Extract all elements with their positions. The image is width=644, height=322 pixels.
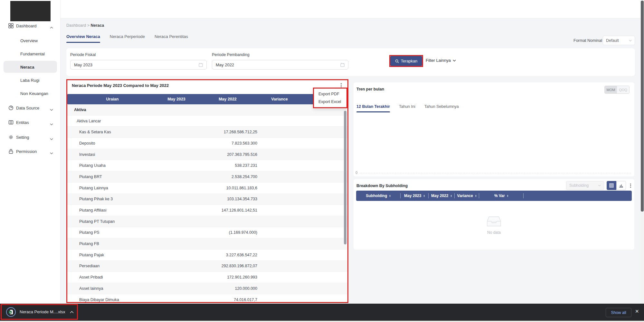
kebab-menu-icon[interactable] <box>338 82 344 88</box>
tren-tab-tahun-sebelumnya[interactable]: Tahun Sebelumnya <box>424 104 459 112</box>
table-row[interactable]: Piutang Pihak ke 3103.134.354.733 <box>67 194 347 205</box>
sidebar-item-setting[interactable]: Setting <box>0 132 61 142</box>
row-value-may-2022: 10.011.861.183,6 <box>195 186 260 190</box>
apply-button[interactable]: Terapkan <box>390 56 422 66</box>
breakdown-column-label: Subholding <box>366 194 387 198</box>
column-header-uraian: Uraian <box>67 97 157 101</box>
row-value-may-2022: 2.538.254.700 <box>195 175 260 179</box>
row-label: Piutang Pajak <box>67 253 157 257</box>
row-label: Asset Pribadi <box>67 275 157 279</box>
table-row[interactable]: Piutang FB <box>67 238 347 250</box>
table-row[interactable]: Deposito7.823.563.300 <box>67 138 347 149</box>
dashboard-icon <box>8 23 14 28</box>
row-value-may-2022: (1.169.974.000) <box>195 230 260 235</box>
subholding-select[interactable]: Subholding <box>566 181 604 190</box>
empty-state: No data <box>354 216 634 235</box>
row-label: Asset lainnya <box>67 286 157 291</box>
filter-more-label: Filter Lainnya <box>426 58 451 63</box>
breadcrumb-parent[interactable]: Dashboard <box>66 23 86 28</box>
tab-overview-neraca[interactable]: Overview Neraca <box>66 34 100 43</box>
table-row[interactable]: Piutang Lainnya10.011.861.183,6 <box>67 183 347 194</box>
menu-item-export-excel[interactable]: Export Excel <box>314 98 346 106</box>
page-bottom-edge <box>0 321 644 322</box>
table-row[interactable]: Asset Pribadi172.901.260.993 <box>67 272 347 283</box>
table-row[interactable]: Asset lainnya120.000.000 <box>67 283 347 294</box>
table-row[interactable]: Investasi207.363.795.516 <box>67 149 347 160</box>
top-header-bar <box>61 0 644 18</box>
row-label: Piutang FB <box>67 242 157 246</box>
sort-icon[interactable]: ▲▼ <box>507 194 508 197</box>
sidebar-item-dashboard[interactable]: Dashboard <box>0 21 61 31</box>
sidebar-item-fundamental[interactable]: Fundamental <box>0 49 61 59</box>
chevron-down-icon <box>629 40 632 42</box>
fiscal-period-input[interactable]: May 2023 <box>70 60 207 70</box>
lock-icon <box>8 149 14 154</box>
gear-icon <box>8 135 14 140</box>
row-value-may-2022: 74.016.017,7 <box>195 298 260 302</box>
sort-icon[interactable]: ▲▼ <box>450 194 452 197</box>
neraca-table-title: Neraca Periode May 2023 Compared to May … <box>72 83 169 88</box>
row-value-may-2022: 207.363.795.516 <box>195 152 260 157</box>
table-row[interactable]: Kas & Setara Kas17.268.586.712,25 <box>67 127 347 138</box>
column-header-may-2022: May 2022 <box>195 97 260 101</box>
table-row[interactable]: Biaya Dibayar Dimuka74.016.017,7 <box>67 294 347 303</box>
sidebar-item-entitas[interactable]: Entitas <box>0 118 61 127</box>
fiscal-period-value: May 2023 <box>74 62 92 67</box>
chevron-down-icon <box>453 60 456 62</box>
tab-neraca-perperiode[interactable]: Neraca Perperiode <box>110 34 145 43</box>
close-icon[interactable]: ✕ <box>635 308 639 314</box>
toggle-qoq[interactable]: QOQ <box>617 86 629 93</box>
sort-icon[interactable]: ▲▼ <box>389 194 391 197</box>
menu-item-export-pdf[interactable]: Export PDF <box>314 90 346 98</box>
row-value-may-2022: 120.000.000 <box>195 286 260 291</box>
table-row[interactable]: Piutang PS(1.169.974.000) <box>67 227 347 239</box>
main-tabs: Overview NeracaNeraca PerperiodeNeraca P… <box>66 34 198 43</box>
no-data-inbox-icon <box>487 216 501 227</box>
y-axis-zero-label: 0 <box>355 171 357 175</box>
sidebar-item-permission[interactable]: Permission <box>0 147 61 156</box>
breakdown-column-variance: Variance▲▼ <box>455 191 479 201</box>
table-row[interactable]: Aktiva <box>67 104 347 116</box>
row-label: Aktiva <box>67 108 157 112</box>
sidebar-item-neraca[interactable]: Neraca <box>0 62 61 72</box>
chart-view-button[interactable] <box>616 181 626 190</box>
table-row[interactable]: Piutang Pajak3.227.636.547,22 <box>67 250 347 261</box>
format-nominal-select[interactable]: Default <box>603 36 635 45</box>
row-value-may-2022: 3.227.636.547,22 <box>195 253 260 257</box>
kebab-menu-icon[interactable] <box>628 182 633 189</box>
table-row[interactable]: Persediaan292.830.196.872,07 <box>67 261 347 272</box>
sidebar-item-label: Setting <box>16 135 50 140</box>
filter-more-button[interactable]: Filter Lainnya <box>426 58 456 63</box>
toggle-mom[interactable]: MOM <box>605 86 617 93</box>
sidebar-item-laba-rugi[interactable]: Laba Rugi <box>0 75 61 85</box>
table-scrollbar[interactable] <box>344 111 346 244</box>
sidebar-item-overview[interactable]: Overview <box>0 36 61 45</box>
tab-neraca-perentitas[interactable]: Neraca Perentitas <box>155 34 188 43</box>
sidebar-item-label: Permission <box>16 149 50 154</box>
breakdown-column-subholding: Subholding▲▼ <box>356 191 401 201</box>
table-row[interactable]: Piutang PT Tutupan <box>67 216 347 227</box>
tren-tab-12-bulan-terakhir[interactable]: 12 Bulan Terakhir <box>356 104 390 112</box>
table-row[interactable]: Piutang BRT2.538.254.700 <box>67 171 347 183</box>
breakdown-column-label: Variance <box>457 194 473 198</box>
row-label: Aktiva Lancar <box>67 119 157 123</box>
table-row[interactable]: Piutang Usaha538.237.231 <box>67 160 347 171</box>
sidebar-item-non-keuangan[interactable]: Non Keuangan <box>0 89 61 98</box>
page-scrollbar-thumb[interactable] <box>641 1 644 212</box>
sidebar-item-data-source[interactable]: Data Source <box>0 103 61 113</box>
compare-period-input[interactable]: May 2022 <box>212 60 348 70</box>
show-all-button[interactable]: Show all <box>606 308 631 317</box>
chevron-up-icon[interactable] <box>70 310 74 314</box>
excel-file-icon[interactable]: x <box>6 307 16 317</box>
table-row[interactable]: Aktiva Lancar <box>67 116 347 127</box>
tren-tab-tahun-ini[interactable]: Tahun Ini <box>399 104 415 112</box>
sidebar-item-label: Fundamental <box>20 52 61 56</box>
breakdown-title: Breakdown By Subholding <box>356 184 408 188</box>
table-row[interactable]: Piutang Affiliasi147.126.801.142,51 <box>67 205 347 216</box>
row-value-may-2022: 103.134.354.733 <box>195 197 260 201</box>
sort-icon[interactable]: ▲▼ <box>423 194 425 197</box>
table-view-button[interactable] <box>607 181 616 190</box>
sort-icon[interactable]: ▲▼ <box>475 194 477 197</box>
chevron-down-icon <box>50 107 53 109</box>
download-file-name[interactable]: Neraca Periode M....xlsx <box>20 309 65 314</box>
